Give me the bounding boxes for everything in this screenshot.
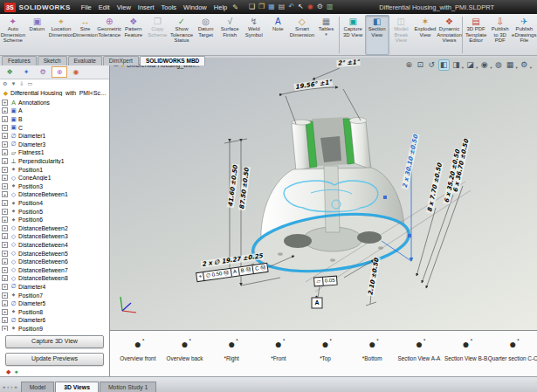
tree-item-position8[interactable]: +⌖Position8	[2, 307, 109, 316]
expand-icon[interactable]: +	[2, 175, 8, 181]
select-arrow-icon[interactable]: ↖	[298, 3, 304, 11]
view-thumbnail-section-view-a-a[interactable]: ●▪Section View A-A	[396, 335, 442, 361]
tree-item-diameter5[interactable]: +∅Diameter5	[2, 299, 109, 308]
tree-item-distancebetween4[interactable]: +◇DistanceBetween4	[2, 241, 109, 250]
expand-icon[interactable]: +	[2, 191, 8, 197]
menu-edit[interactable]: Edit	[99, 3, 110, 11]
display-style-icon[interactable]: ◪	[465, 60, 475, 70]
tab-evaluate[interactable]: Evaluate	[68, 56, 102, 65]
tree-item-flatness1[interactable]: +▱Flatness1	[2, 148, 109, 157]
view-thumbnail-quarter-section-c-c[interactable]: ●▪Quarter section C-C	[490, 335, 535, 361]
expand-icon[interactable]: +	[2, 300, 8, 306]
expand-icon[interactable]: +	[2, 217, 8, 223]
tree-item-diameter3[interactable]: +∅Diameter3	[2, 141, 109, 149]
featuremanager-tab[interactable]: ❖	[2, 66, 17, 78]
pattern-feature-button[interactable]: ❖Pattern Feature	[121, 15, 146, 55]
view-thumbnail-top[interactable]: ●▪*Top	[303, 335, 348, 361]
publish-edrawings-file-button[interactable]: ✈Publish eDrawings File	[512, 15, 536, 55]
dynamic-annotation-views-button[interactable]: ❖Dynamic Annotation Views	[437, 15, 462, 55]
apply-scene-icon[interactable]: ▦	[505, 60, 514, 70]
tab-features[interactable]: Features	[2, 56, 37, 65]
menu-file[interactable]: File	[81, 3, 92, 11]
tree-item-distancebetween5[interactable]: +◇DistanceBetween5	[2, 249, 109, 258]
note-button[interactable]: ANote	[266, 15, 291, 55]
rebuild-icon[interactable]: ◉	[307, 3, 313, 11]
expand-icon[interactable]: +	[2, 233, 8, 239]
view-thumbnail-front[interactable]: ●▪*Front	[256, 335, 301, 361]
datum-button[interactable]: ▣Datum	[25, 15, 50, 55]
view-thumbnail-section-view-b-b[interactable]: ●▪Section View B-B	[444, 335, 489, 361]
open-file-icon[interactable]: ❐	[258, 3, 265, 11]
expand-icon[interactable]: +	[2, 125, 8, 131]
weld-symbol-button[interactable]: ↯Weld Symbol	[242, 15, 266, 55]
hide-show-icon[interactable]: ◉	[479, 60, 489, 70]
tree-item-diameter4[interactable]: +∅Diameter4	[2, 283, 109, 292]
view-thumbnail-overview-back[interactable]: ●▪Overview back	[162, 335, 208, 361]
tree-item-position1[interactable]: +⌖Position1	[2, 165, 109, 174]
geometric-tolerance-button[interactable]: ⊕Geometric Tolerance	[97, 15, 121, 55]
graphics-area[interactable]: ⊞ ◆ Differential Housing_with... ⊕⊡↺◧◨▾◪…	[110, 58, 537, 330]
displaymanager-tab[interactable]: ◉	[68, 66, 84, 78]
tree-item-distancebetween7[interactable]: +◇DistanceBetween7	[2, 265, 109, 274]
tab-dimxpert[interactable]: DimXpert	[103, 56, 139, 65]
expand-icon[interactable]: +	[2, 267, 8, 273]
tree-item-b[interactable]: +▣B	[2, 115, 109, 124]
exploded-view-button[interactable]: ✶Exploded View	[413, 15, 437, 55]
expand-icon[interactable]: +	[2, 209, 8, 215]
capture-3d-view-button[interactable]: Capture 3D View	[5, 335, 104, 348]
tab-scroll-arrow[interactable]: ‹	[7, 384, 9, 389]
tables-button[interactable]: ▦Tables▾	[314, 15, 339, 55]
tab-scroll-arrow[interactable]: »	[14, 384, 17, 389]
tree-item-position7[interactable]: +⌖Position7	[2, 291, 109, 299]
update-previews-button[interactable]: Update Previews	[5, 353, 104, 366]
view-thumbnail-overview-front[interactable]: ●▪Overview front	[115, 335, 161, 361]
tab-solidworks-mbd[interactable]: SOLIDWORKS MBD	[140, 56, 205, 65]
options-icon[interactable]: ⚙	[317, 3, 323, 11]
expand-icon[interactable]: +	[2, 225, 8, 231]
tree-item-annotations[interactable]: +AAnnotations	[2, 99, 109, 107]
expand-icon[interactable]: +	[2, 275, 8, 281]
expand-icon[interactable]: +	[2, 116, 8, 122]
tree-root[interactable]: ◆Differential Housing_with_PMI<Scheme5>	[2, 89, 109, 98]
tree-item-a[interactable]: +▣A	[2, 107, 109, 115]
tree-item-diameter1[interactable]: +∅Diameter1	[2, 132, 109, 141]
expand-icon[interactable]: +	[2, 158, 8, 164]
menu-window[interactable]: Window	[183, 3, 207, 11]
menu-tools[interactable]: Tools	[162, 3, 177, 11]
view-thumbnail-right[interactable]: ●▪*Right	[209, 335, 254, 361]
propertymanager-tab[interactable]: ✦	[18, 66, 34, 78]
tree-item-position9[interactable]: +⌖Position9	[2, 325, 109, 331]
expand-icon[interactable]: +	[2, 309, 8, 315]
expand-icon[interactable]: +	[2, 183, 8, 189]
tab-sketch[interactable]: Sketch	[38, 56, 67, 65]
expand-icon[interactable]: +	[2, 317, 8, 323]
expand-icon[interactable]: +	[2, 167, 8, 173]
tab-scroll-arrow[interactable]: «	[3, 384, 5, 389]
collapse-icon[interactable]: ⇩	[19, 80, 24, 86]
tab-scroll-arrow[interactable]: ›	[10, 384, 12, 389]
tree-item-position3[interactable]: +⌖Position3	[2, 182, 109, 191]
tree-item-c[interactable]: +▣C	[2, 123, 109, 132]
tree-item-diameter6[interactable]: +∅Diameter6	[2, 316, 109, 325]
tab-3d-views[interactable]: 3D Views	[55, 382, 99, 392]
tab-model[interactable]: Model	[21, 382, 55, 392]
save-icon[interactable]: ▦	[268, 3, 275, 11]
expand-icon[interactable]: +	[2, 242, 8, 248]
expand-icon[interactable]: +	[2, 258, 8, 265]
menu-help[interactable]: Help	[214, 3, 227, 11]
print-icon[interactable]: ▤	[279, 3, 286, 11]
undo-icon[interactable]: ↶	[288, 3, 294, 11]
location-dimension-button[interactable]: ⌖Location Dimension	[49, 15, 73, 55]
flatness-feature-control-frame[interactable]: ▱ 0.05	[313, 276, 338, 287]
tab-motion-study-1[interactable]: Motion Study 1	[100, 382, 156, 392]
show-tolerance-status-button[interactable]: ✓Show Tolerance Status	[169, 15, 194, 55]
expand-icon[interactable]: +	[2, 100, 8, 106]
tree-item-distancebetween3[interactable]: +◇DistanceBetween3	[2, 232, 109, 241]
configurationmanager-tab[interactable]: ⚙	[35, 66, 51, 78]
dimxpertmanager-tab[interactable]: ⊕	[52, 66, 67, 78]
view-orientation-icon[interactable]: ◨	[451, 60, 461, 70]
tree-item-position4[interactable]: +⌖Position4	[2, 199, 109, 208]
tree-item-distancebetween6[interactable]: +◇DistanceBetween6	[2, 258, 109, 266]
view-settings-icon[interactable]: ⚙	[520, 60, 529, 70]
surface-finish-button[interactable]: √Surface Finish	[217, 15, 242, 55]
